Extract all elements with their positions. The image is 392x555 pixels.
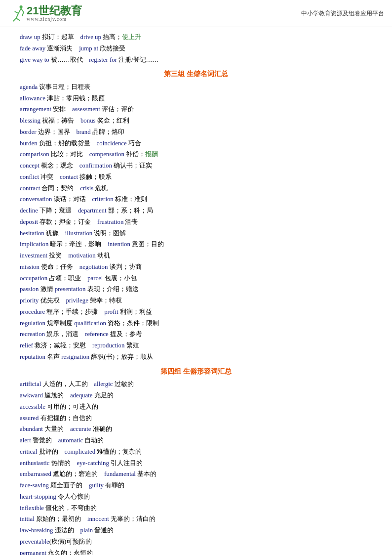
noun-comparison: comparison 比较；对比 compensation 补偿；报酬 [20,149,372,160]
svg-line-7 [22,12,24,16]
adj-abundant: abundant 大量的 accurate 准确的 [20,424,372,435]
noun-mission: mission 使命；任务 negotiation 谈判；协商 [20,262,372,273]
page-header: 21世纪教育 www.zicnjv.com 中小学教育资源及组卷应用平台 [0,0,392,27]
adj-artificial: artificial 人造的，人工的 allergic 过敏的 [20,379,372,390]
phrase-line-3: give way to 被……取代 register for 注册/登记…… [20,55,372,66]
logo-brand: 21世纪教育 [27,5,82,16]
noun-burden: burden 负担；船的载货量 coincidence 巧合 [20,138,372,149]
adj-heart-stopping: heart-stopping 令人心惊的 [20,492,372,503]
logo-area: 21世纪教育 www.zicnjv.com [8,4,82,23]
adj-face-saving: face-saving 顾全面子的 guilty 有罪的 [20,480,372,491]
adj-accessible: accessible 可用的；可进入的 [20,402,372,413]
noun-occupation: occupation 占领；职业 parcel 包裹；小包 [20,273,372,284]
section3-header: 第三组 生僻名词汇总 [20,68,372,80]
noun-blessing: blessing 祝福；祷告 bonus 奖金；红利 [20,116,372,127]
noun-passion: passion 激情 presentation 表现；介绍；赠送 [20,284,372,295]
logo-url: www.zicnjv.com [27,16,67,22]
noun-concept: concept 概念；观念 confirmation 确认书；证实 [20,161,372,171]
logo-text: 21世纪教育 www.zicnjv.com [27,5,82,22]
svg-point-0 [20,5,23,8]
adj-initial: initial 原始的；最初的 innocent 无辜的；清白的 [20,514,372,525]
svg-line-3 [16,13,19,18]
adj-awkward: awkward 尴尬的 adequate 充足的 [20,390,372,401]
svg-line-2 [15,11,19,13]
svg-line-1 [18,8,21,13]
noun-conversation: conversation 谈话；对话 criterion 标准；准则 [20,194,372,205]
svg-line-4 [13,18,16,21]
noun-investment: investment 投资 motivation 动机 [20,251,372,261]
noun-implication: implication 暗示；牵连，影响 intention 意图；目的 [20,239,372,250]
noun-priority: priority 优先权 privilege 荣幸；特权 [20,296,372,306]
phrases-section: draw up 拟订；起草 drive up 抬高；使上升 fade away … [20,32,372,65]
adjectives-section: artificial 人造的，人工的 allergic 过敏的 awkward … [20,379,372,555]
svg-line-5 [16,18,20,21]
noun-arrangement: arrangement 安排 assessment 评估；评价 [20,104,372,115]
noun-deposit: deposit 存款；押金；订金 frustration 沮丧 [20,217,372,228]
phrase-line-1: draw up 拟订；起草 drive up 抬高；使上升 [20,32,372,43]
nouns-section: agenda 议事日程；日程表 allowance 津贴；零用钱；限额 arra… [20,82,372,363]
noun-regulation: regulation 规章制度 qualification 资格；条件；限制 [20,318,372,329]
svg-line-6 [21,8,24,12]
adj-permanent: permanent 永久的；永恒的 [20,548,372,555]
adj-enthusiastic: enthusiastic 热情的 eye-catching 引人注目的 [20,458,372,469]
adj-law-breaking: law-breaking 违法的 plain 普通的 [20,525,372,536]
noun-border: border 边界；国界 brand 品牌；烙印 [20,127,372,138]
header-tagline: 中小学教育资源及组卷应用平台 [301,9,384,18]
adj-embarrassed: embarrassed 尴尬的；窘迫的 fundamental 基本的 [20,469,372,480]
noun-decline: decline 下降；衰退 department 部；系；科；局 [20,206,372,216]
phrase-line-2: fade away 逐渐消失 jump at 欣然接受 [20,43,372,54]
noun-recreation: recreation 娱乐，消遣 reference 提及；参考 [20,329,372,340]
noun-allowance: allowance 津贴；零用钱；限额 [20,93,372,104]
section4-header: 第四组 生僻形容词汇总 [20,366,372,378]
adj-inflexible: inflexible 僵化的，不弯曲的 [20,503,372,514]
noun-hesitation: hesitation 犹豫 illustration 说明；图解 [20,228,372,239]
adj-alert: alert 警觉的 automatic 自动的 [20,435,372,446]
adj-critical: critical 批评的 complicated 难懂的；复杂的 [20,447,372,458]
main-content: draw up 拟订；起草 drive up 抬高；使上升 fade away … [0,27,392,555]
logo-icon [8,4,27,23]
noun-relief: relief 救济；减轻；安慰 reproduction 繁殖 [20,341,372,351]
adj-assured: assured 有把握的；自信的 [20,413,372,424]
noun-procedure: procedure 程序；手续；步骤 profit 利润；利益 [20,307,372,318]
noun-contract: contract 合同；契约 crisis 危机 [20,183,372,194]
adj-preventable: preventable(疾病)可预防的 [20,537,372,548]
noun-agenda: agenda 议事日程；日程表 [20,82,372,93]
noun-reputation: reputation 名声 resignation 辞职(书)；放弃；顺从 [20,352,372,363]
noun-conflict: conflict 冲突 contact 接触；联系 [20,172,372,183]
